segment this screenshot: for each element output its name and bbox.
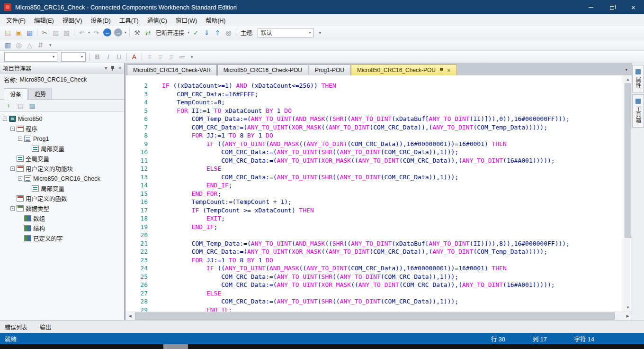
code-line[interactable]: 5 FOR II:=1 TO xDataCount BY 1 DO [126,107,624,115]
cut-icon[interactable]: ✂ [39,28,50,37]
menu-item[interactable]: 视图(V) [58,14,87,26]
scroll-down-icon[interactable]: ▼ [624,303,632,312]
tree-expander[interactable]: - [3,117,7,121]
code-line[interactable]: 18 EXIT; [126,214,624,223]
build-icon[interactable]: ⚒ [132,28,143,37]
upload-icon[interactable]: ⇑ [212,28,223,37]
tree-item[interactable]: 数组 [0,213,124,223]
tree-expander[interactable]: - [10,166,15,171]
underline-icon[interactable]: U [114,52,125,62]
editor-horizontal-scrollbar[interactable]: ◀ ▶ [126,312,632,320]
tree-item[interactable]: -数据类型 [0,203,124,213]
tree-item[interactable]: -Prog1 [0,134,124,144]
code-line[interactable]: 6 COM_Temp_Data:=(ANY_TO_UINT(AND_MASK((… [126,115,624,123]
redo-icon[interactable]: ↷ [91,28,102,37]
tree-item[interactable]: -Micro850 [0,114,124,124]
tree-item[interactable]: 局部变量 [0,184,124,193]
tree-expander[interactable]: - [18,137,22,141]
navigate-dropdown-icon[interactable]: ▾ [125,30,126,35]
code-line[interactable]: 28 COM_CRC_Data:=(ANY_TO_UINT(SHR((ANY_T… [126,297,624,306]
document-tab[interactable]: Prog1-POU [309,64,350,75]
tree-item[interactable]: -Micro850_CRC16_Check [0,174,124,184]
output-tab[interactable]: 输出 [40,323,51,331]
panel-tab[interactable]: 趋势 [28,88,52,99]
scroll-right-icon[interactable]: ▶ [624,312,632,320]
bold-icon[interactable]: B [92,52,103,62]
code-line[interactable]: 29 END_IF; [126,306,624,312]
code-editor[interactable]: 2IF ((xDataCount>=1) AND (xDataCount<=25… [126,75,624,312]
code-line[interactable]: 22 COM_CRC_Data:=(ANY_TO_UINT(XOR_MASK((… [126,248,624,256]
code-line[interactable]: 25 COM_CRC_Data:=(ANY_TO_UINT(SHR((ANY_T… [126,273,624,281]
menu-item[interactable]: 工具(T) [115,14,143,26]
code-line[interactable]: 24 IF ((ANY_TO_UINT(AND_MASK((ANY_TO_DIN… [126,264,624,273]
menu-item[interactable]: 编辑(E) [30,14,58,26]
code-line[interactable]: 14 END_IF; [126,181,624,190]
align-left-icon[interactable]: ≡ [144,52,155,62]
code-line[interactable]: 10 COM_CRC_Data:=(ANY_TO_UINT(SHR((ANY_T… [126,148,624,156]
list-icon[interactable]: ≔ [177,52,188,62]
panel-tab[interactable]: 设备 [4,88,27,100]
device-view-icon[interactable]: ▥ [2,40,13,50]
connect-icon[interactable]: ⇄ [143,28,153,37]
horizontal-scroll-thumb[interactable] [135,312,615,320]
font-size-select[interactable]: ▾ [61,52,86,62]
format-toolbar-overflow-icon[interactable]: ▾ [191,55,193,59]
code-line[interactable]: 12 ELSE [126,165,624,173]
code-line[interactable]: 27 ELSE [126,289,624,298]
editor-vertical-scrollbar[interactable]: ▲ ▼ [624,75,632,312]
close-tab-icon[interactable]: × [447,67,451,73]
tree-expander[interactable]: - [10,127,15,131]
menu-item[interactable]: 帮助(H) [201,14,230,26]
horizontal-scroll-track[interactable] [134,312,624,320]
verify-icon[interactable]: ✓ [190,28,201,37]
alerts-icon[interactable]: △ [24,40,35,50]
toolbox-tab[interactable]: 工具箱 [632,94,644,128]
tree-item[interactable]: -程序 [0,124,124,134]
download-icon[interactable]: ⇓ [201,28,212,37]
code-line[interactable]: 8 FOR JJ:=1 TO 8 BY 1 DO [126,131,624,140]
tree-item[interactable]: 局部变量 [0,144,124,154]
code-line[interactable]: 26 COM_CRC_Data:=(ANY_TO_UINT(XOR_MASK((… [126,281,624,289]
scroll-left-icon[interactable]: ◀ [126,312,134,320]
code-line[interactable]: 11 COM_CRC_Data:=(ANY_TO_UINT(XOR_MASK((… [126,156,624,165]
tree-expander[interactable]: - [10,206,15,211]
undo-dropdown-icon[interactable]: ▾ [88,30,90,35]
menu-item[interactable]: 窗口(W) [171,14,201,26]
code-line[interactable]: 9 IF ((ANY_TO_UINT(AND_MASK((ANY_TO_DINT… [126,140,624,148]
vertical-scroll-thumb[interactable] [625,83,631,238]
tree-item[interactable]: 结构 [0,223,124,233]
code-line[interactable]: 21 COM_Temp_Data:=(ANY_TO_UINT(AND_MASK(… [126,239,624,248]
pin-icon[interactable] [439,67,443,73]
tree-item[interactable]: -用户定义的功能块 [0,164,124,174]
panel-menu-icon[interactable]: ▾ [105,65,107,71]
scroll-up-icon[interactable]: ▲ [624,75,632,83]
code-line[interactable]: 20 [126,231,624,239]
copy-icon[interactable]: ▥ [50,28,61,37]
navigate-back-icon[interactable]: ← [103,28,111,37]
code-line[interactable]: 19 END_IF; [126,223,624,231]
document-tab[interactable]: Micro850_CRC16_Check-POU [217,64,308,75]
font-family-select[interactable]: ▾ [4,52,57,62]
document-tab[interactable]: Micro850_CRC16_Check-POU× [351,64,457,75]
tree-expander[interactable]: - [18,176,22,181]
theme-select[interactable]: 默认▾ [258,28,313,37]
code-line[interactable]: 17 IF (TempCount >= xDataCount) THEN [126,206,624,215]
panel-pin-icon[interactable] [111,65,115,71]
code-line[interactable]: 16 TempCount:=(TempCount + 1); [126,198,624,206]
restore-button[interactable] [601,0,623,14]
code-line[interactable]: 23 FOR JJ:=1 TO 8 BY 1 DO [126,256,624,265]
code-line[interactable]: 2IF ((xDataCount>=1) AND (xDataCount<=25… [126,82,624,90]
close-button[interactable]: × [623,0,644,14]
vertical-scroll-track[interactable] [624,83,632,303]
open-icon[interactable]: ▣ [13,28,24,37]
device-toolbar-overflow-icon[interactable]: ▾ [49,43,52,47]
save-icon[interactable]: ▦ [24,28,35,37]
code-line[interactable]: 15 END_FOR; [126,190,624,198]
diagnostics-icon[interactable]: ◎ [223,28,234,37]
align-center-icon[interactable]: ≡ [155,52,166,62]
code-line[interactable]: 3 COM_CRC_Data:=16#FFFF; [126,90,624,99]
code-line[interactable]: 4 TempCount:=0; [126,98,624,107]
font-color-icon[interactable]: A [129,52,140,62]
menu-item[interactable]: 通信(C) [143,14,171,26]
italic-icon[interactable]: I [103,52,114,62]
